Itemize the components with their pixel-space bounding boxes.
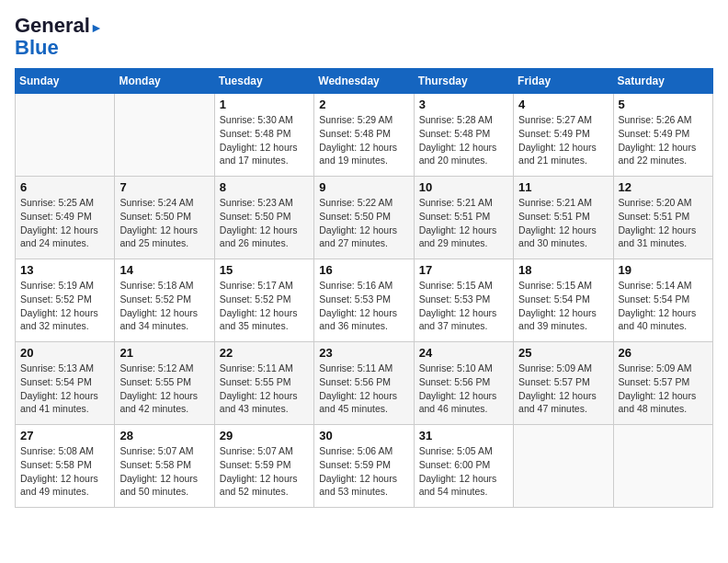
day-number: 7	[119, 180, 209, 194]
day-info: Sunrise: 5:26 AM Sunset: 5:49 PM Dayligh…	[619, 113, 708, 167]
page-header: General► Blue	[15, 15, 713, 59]
day-info: Sunrise: 5:08 AM Sunset: 5:58 PM Dayligh…	[20, 444, 109, 499]
day-info: Sunrise: 5:09 AM Sunset: 5:57 PM Dayligh…	[619, 362, 708, 416]
calendar-cell: 13Sunrise: 5:19 AM Sunset: 5:52 PM Dayli…	[16, 259, 115, 342]
calendar-cell: 15Sunrise: 5:17 AM Sunset: 5:52 PM Dayli…	[214, 259, 313, 342]
day-info: Sunrise: 5:12 AM Sunset: 5:55 PM Dayligh…	[119, 362, 209, 416]
weekday-header: Wednesday	[314, 69, 414, 94]
day-info: Sunrise: 5:11 AM Sunset: 5:55 PM Dayligh…	[220, 362, 309, 416]
day-number: 11	[518, 180, 608, 194]
day-number: 30	[319, 429, 408, 442]
calendar-cell	[514, 425, 613, 508]
day-number: 19	[619, 263, 708, 277]
day-number: 18	[518, 263, 608, 277]
calendar-cell: 20Sunrise: 5:13 AM Sunset: 5:54 PM Dayli…	[16, 342, 115, 425]
day-number: 31	[419, 429, 508, 442]
calendar-cell: 29Sunrise: 5:07 AM Sunset: 5:59 PM Dayli…	[214, 425, 313, 508]
calendar-cell	[613, 425, 712, 508]
weekday-header: Friday	[514, 69, 613, 94]
day-info: Sunrise: 5:17 AM Sunset: 5:52 PM Dayligh…	[220, 279, 309, 333]
weekday-header: Sunday	[16, 69, 115, 94]
day-number: 29	[220, 429, 309, 442]
day-number: 27	[20, 429, 109, 442]
day-info: Sunrise: 5:07 AM Sunset: 5:59 PM Dayligh…	[220, 444, 309, 499]
calendar-cell: 24Sunrise: 5:10 AM Sunset: 5:56 PM Dayli…	[414, 342, 513, 425]
calendar-cell: 25Sunrise: 5:09 AM Sunset: 5:57 PM Dayli…	[514, 342, 613, 425]
day-info: Sunrise: 5:21 AM Sunset: 5:51 PM Dayligh…	[518, 196, 608, 250]
day-number: 15	[220, 263, 309, 277]
calendar-cell: 30Sunrise: 5:06 AM Sunset: 5:59 PM Dayli…	[314, 425, 414, 508]
day-number: 22	[220, 346, 309, 360]
day-number: 9	[319, 180, 408, 194]
day-number: 2	[319, 98, 408, 111]
day-info: Sunrise: 5:20 AM Sunset: 5:51 PM Dayligh…	[619, 196, 708, 250]
calendar-cell: 14Sunrise: 5:18 AM Sunset: 5:52 PM Dayli…	[115, 259, 214, 342]
calendar-cell: 6Sunrise: 5:25 AM Sunset: 5:49 PM Daylig…	[16, 177, 115, 259]
day-number: 28	[119, 429, 209, 442]
calendar-cell: 31Sunrise: 5:05 AM Sunset: 6:00 PM Dayli…	[414, 425, 513, 508]
day-number: 10	[419, 180, 508, 194]
logo-blue: Blue	[15, 36, 59, 59]
day-info: Sunrise: 5:11 AM Sunset: 5:56 PM Dayligh…	[319, 362, 408, 416]
day-number: 1	[220, 98, 309, 111]
day-number: 14	[119, 263, 209, 277]
calendar-cell: 4Sunrise: 5:27 AM Sunset: 5:49 PM Daylig…	[514, 94, 613, 177]
day-info: Sunrise: 5:14 AM Sunset: 5:54 PM Dayligh…	[619, 279, 708, 333]
calendar-cell	[115, 94, 214, 177]
day-info: Sunrise: 5:15 AM Sunset: 5:54 PM Dayligh…	[518, 279, 608, 333]
day-info: Sunrise: 5:22 AM Sunset: 5:50 PM Dayligh…	[319, 196, 408, 250]
weekday-header: Monday	[115, 69, 214, 94]
day-number: 21	[119, 346, 209, 360]
day-info: Sunrise: 5:27 AM Sunset: 5:49 PM Dayligh…	[518, 113, 608, 167]
day-number: 25	[518, 346, 608, 360]
calendar-cell: 16Sunrise: 5:16 AM Sunset: 5:53 PM Dayli…	[314, 259, 414, 342]
calendar-cell: 26Sunrise: 5:09 AM Sunset: 5:57 PM Dayli…	[613, 342, 712, 425]
day-info: Sunrise: 5:13 AM Sunset: 5:54 PM Dayligh…	[20, 362, 109, 416]
calendar-cell: 3Sunrise: 5:28 AM Sunset: 5:48 PM Daylig…	[414, 94, 513, 177]
weekday-header: Saturday	[613, 69, 712, 94]
day-info: Sunrise: 5:16 AM Sunset: 5:53 PM Dayligh…	[319, 279, 408, 333]
calendar-header: SundayMondayTuesdayWednesdayThursdayFrid…	[16, 69, 713, 94]
day-info: Sunrise: 5:25 AM Sunset: 5:49 PM Dayligh…	[20, 196, 109, 250]
day-number: 26	[619, 346, 708, 360]
day-info: Sunrise: 5:07 AM Sunset: 5:58 PM Dayligh…	[119, 444, 209, 499]
day-info: Sunrise: 5:18 AM Sunset: 5:52 PM Dayligh…	[119, 279, 209, 333]
calendar-cell: 9Sunrise: 5:22 AM Sunset: 5:50 PM Daylig…	[314, 177, 414, 259]
calendar-cell: 21Sunrise: 5:12 AM Sunset: 5:55 PM Dayli…	[115, 342, 214, 425]
day-info: Sunrise: 5:19 AM Sunset: 5:52 PM Dayligh…	[20, 279, 109, 333]
calendar-cell: 11Sunrise: 5:21 AM Sunset: 5:51 PM Dayli…	[514, 177, 613, 259]
day-number: 20	[20, 346, 109, 360]
day-info: Sunrise: 5:15 AM Sunset: 5:53 PM Dayligh…	[419, 279, 508, 333]
calendar-cell: 10Sunrise: 5:21 AM Sunset: 5:51 PM Dayli…	[414, 177, 513, 259]
day-info: Sunrise: 5:05 AM Sunset: 6:00 PM Dayligh…	[419, 444, 508, 499]
day-info: Sunrise: 5:23 AM Sunset: 5:50 PM Dayligh…	[220, 196, 309, 250]
logo-text: General►	[15, 15, 103, 37]
day-number: 17	[419, 263, 508, 277]
day-number: 3	[419, 98, 508, 111]
day-number: 4	[518, 98, 608, 111]
calendar-cell: 28Sunrise: 5:07 AM Sunset: 5:58 PM Dayli…	[115, 425, 214, 508]
calendar-cell: 8Sunrise: 5:23 AM Sunset: 5:50 PM Daylig…	[214, 177, 313, 259]
calendar-cell: 27Sunrise: 5:08 AM Sunset: 5:58 PM Dayli…	[16, 425, 115, 508]
logo: General► Blue	[15, 15, 103, 59]
calendar-cell: 7Sunrise: 5:24 AM Sunset: 5:50 PM Daylig…	[115, 177, 214, 259]
calendar-cell: 18Sunrise: 5:15 AM Sunset: 5:54 PM Dayli…	[514, 259, 613, 342]
weekday-header: Thursday	[414, 69, 513, 94]
day-number: 23	[319, 346, 408, 360]
calendar-cell: 1Sunrise: 5:30 AM Sunset: 5:48 PM Daylig…	[214, 94, 313, 177]
day-info: Sunrise: 5:30 AM Sunset: 5:48 PM Dayligh…	[220, 113, 309, 167]
calendar-cell: 19Sunrise: 5:14 AM Sunset: 5:54 PM Dayli…	[613, 259, 712, 342]
day-number: 24	[419, 346, 508, 360]
day-info: Sunrise: 5:09 AM Sunset: 5:57 PM Dayligh…	[518, 362, 608, 416]
day-info: Sunrise: 5:28 AM Sunset: 5:48 PM Dayligh…	[419, 113, 508, 167]
day-info: Sunrise: 5:06 AM Sunset: 5:59 PM Dayligh…	[319, 444, 408, 499]
calendar-cell: 22Sunrise: 5:11 AM Sunset: 5:55 PM Dayli…	[214, 342, 313, 425]
weekday-header: Tuesday	[214, 69, 313, 94]
day-info: Sunrise: 5:21 AM Sunset: 5:51 PM Dayligh…	[419, 196, 508, 250]
calendar-cell: 2Sunrise: 5:29 AM Sunset: 5:48 PM Daylig…	[314, 94, 414, 177]
calendar-cell	[16, 94, 115, 177]
day-number: 16	[319, 263, 408, 277]
calendar-cell: 5Sunrise: 5:26 AM Sunset: 5:49 PM Daylig…	[613, 94, 712, 177]
calendar-cell: 12Sunrise: 5:20 AM Sunset: 5:51 PM Dayli…	[613, 177, 712, 259]
day-number: 13	[20, 263, 109, 277]
